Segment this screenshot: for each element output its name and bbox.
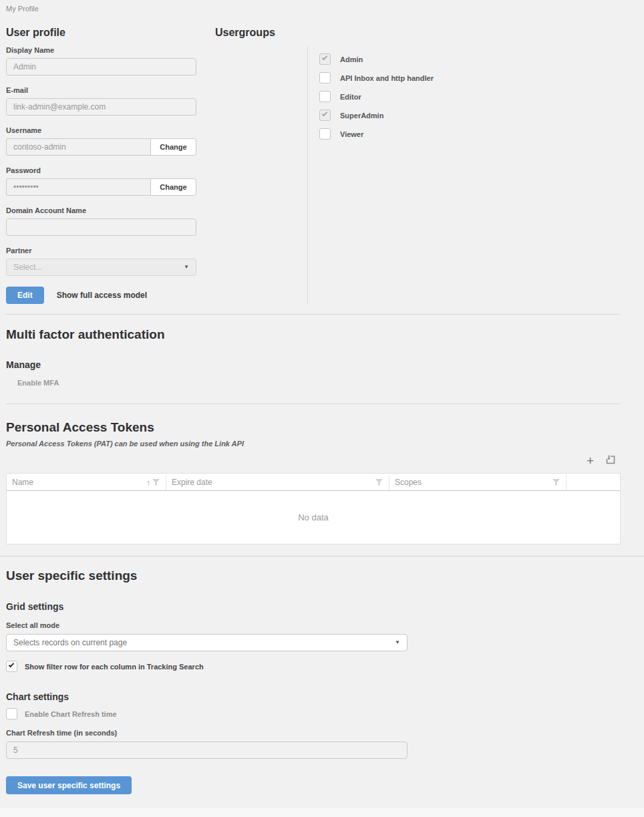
usergroup-item: SuperAdmin bbox=[319, 110, 621, 121]
domain-account-input[interactable] bbox=[6, 218, 196, 236]
usergroups-title: Usergroups bbox=[215, 27, 275, 39]
usergroup-item: API Inbox and http handler bbox=[319, 72, 621, 84]
usergroup-label: Viewer bbox=[340, 130, 363, 138]
usergroup-checkbox-editor[interactable] bbox=[319, 91, 331, 102]
usergroup-label: Admin bbox=[340, 55, 363, 63]
usergroups-list: AdminAPI Inbox and http handlerEditorSup… bbox=[307, 46, 621, 304]
profile-titles-row: User profile Usergroups bbox=[6, 27, 621, 39]
usergroup-label: SuperAdmin bbox=[340, 112, 383, 120]
check-icon bbox=[322, 55, 327, 60]
column-header-actions bbox=[567, 474, 620, 490]
column-header-scopes[interactable]: Scopes bbox=[389, 474, 567, 490]
pat-table: Name ↑ Expire date Scopes No da bbox=[6, 473, 621, 544]
enable-chart-refresh-label: Enable Chart Refresh time bbox=[25, 710, 117, 718]
mfa-manage-label: Manage bbox=[6, 359, 621, 370]
select-all-mode-dropdown[interactable]: Selects records on current page ▼ bbox=[6, 634, 408, 651]
mfa-section: Multi factor authentication Manage Enabl… bbox=[6, 314, 621, 403]
column-header-name[interactable]: Name ↑ bbox=[7, 474, 166, 490]
change-username-button[interactable]: Change bbox=[150, 138, 196, 156]
partner-select[interactable]: Select... ▼ bbox=[6, 259, 196, 276]
username-field: Username Change bbox=[6, 126, 196, 156]
select-all-mode-value: Selects records on current page bbox=[13, 638, 127, 647]
grid-settings-title: Grid settings bbox=[6, 601, 621, 612]
column-chooser-icon[interactable] bbox=[605, 454, 616, 468]
edit-button[interactable]: Edit bbox=[6, 287, 44, 304]
show-full-access-model-link[interactable]: Show full access model bbox=[57, 291, 147, 300]
usergroup-label: API Inbox and http handler bbox=[340, 74, 434, 82]
check-icon bbox=[9, 662, 14, 667]
filter-icon[interactable] bbox=[552, 478, 560, 486]
usergroup-checkbox-viewer[interactable] bbox=[319, 128, 331, 140]
filter-icon[interactable] bbox=[152, 478, 160, 486]
profile-section: Display Name E-mail Username Change Pass… bbox=[6, 46, 621, 304]
email-input[interactable] bbox=[6, 98, 196, 116]
breadcrumb[interactable]: My Profile bbox=[6, 5, 644, 13]
column-header-expire-date[interactable]: Expire date bbox=[166, 474, 389, 490]
chart-refresh-time-label: Chart Refresh time (in seconds) bbox=[6, 729, 621, 737]
pat-section: Personal Access Tokens Personal Access T… bbox=[6, 403, 621, 544]
display-name-input[interactable] bbox=[6, 58, 196, 75]
chart-refresh-time-input[interactable] bbox=[6, 742, 408, 759]
usergroup-item: Admin bbox=[319, 53, 621, 65]
pat-subtitle: Personal Access Tokens (PAT) can be used… bbox=[6, 440, 621, 448]
pat-table-header: Name ↑ Expire date Scopes bbox=[7, 474, 620, 491]
domain-account-field: Domain Account Name bbox=[6, 206, 196, 236]
display-name-field: Display Name bbox=[6, 46, 196, 75]
email-label: E-mail bbox=[6, 86, 196, 94]
chart-settings-title: Chart settings bbox=[6, 691, 621, 702]
user-profile-title: User profile bbox=[6, 27, 215, 39]
filter-row-label: Show filter row for each column in Track… bbox=[25, 663, 204, 671]
filter-row-setting: Show filter row for each column in Track… bbox=[6, 661, 621, 672]
usergroup-checkbox-superadmin[interactable] bbox=[319, 110, 331, 121]
chevron-down-icon: ▼ bbox=[395, 640, 400, 645]
email-field: E-mail bbox=[6, 86, 196, 116]
user-profile-form: Display Name E-mail Username Change Pass… bbox=[6, 46, 307, 304]
domain-account-label: Domain Account Name bbox=[6, 206, 196, 214]
partner-select-placeholder: Select... bbox=[13, 263, 42, 272]
change-password-button[interactable]: Change bbox=[150, 178, 196, 196]
enable-chart-refresh-setting: Enable Chart Refresh time bbox=[6, 708, 621, 719]
usergroup-checkbox-api-inbox-and-http-handler[interactable] bbox=[319, 72, 331, 84]
password-label: Password bbox=[6, 166, 196, 174]
enable-chart-refresh-checkbox[interactable] bbox=[6, 708, 17, 719]
username-label: Username bbox=[6, 126, 196, 134]
password-input[interactable] bbox=[6, 178, 150, 196]
usergroup-checkbox-admin[interactable] bbox=[319, 53, 331, 65]
pat-toolbar: + bbox=[6, 454, 621, 468]
save-row: Save user specific settings bbox=[6, 776, 621, 794]
column-header-scopes-label: Scopes bbox=[395, 478, 552, 487]
check-icon bbox=[322, 111, 327, 116]
select-all-mode-label: Select all mode bbox=[6, 621, 621, 629]
usergroup-item: Viewer bbox=[319, 128, 621, 140]
password-field: Password Change bbox=[6, 166, 196, 196]
no-data-text: No data bbox=[298, 512, 329, 522]
filter-icon[interactable] bbox=[375, 478, 383, 486]
user-settings-title: User specific settings bbox=[6, 568, 621, 583]
bottom-strip bbox=[0, 808, 644, 817]
user-settings-section: User specific settings Grid settings Sel… bbox=[6, 556, 621, 794]
chevron-down-icon: ▼ bbox=[184, 265, 189, 270]
pat-title: Personal Access Tokens bbox=[6, 420, 621, 435]
partner-label: Partner bbox=[6, 247, 196, 255]
save-user-specific-settings-button[interactable]: Save user specific settings bbox=[6, 776, 132, 794]
usergroup-label: Editor bbox=[340, 93, 361, 101]
username-input[interactable] bbox=[6, 138, 150, 156]
column-header-expire-label: Expire date bbox=[172, 478, 375, 487]
column-header-name-label: Name bbox=[12, 478, 147, 487]
filter-row-checkbox[interactable] bbox=[6, 661, 17, 672]
display-name-label: Display Name bbox=[6, 46, 196, 54]
profile-actions-row: Edit Show full access model bbox=[6, 287, 307, 304]
enable-mfa-link[interactable]: Enable MFA bbox=[17, 379, 59, 387]
mfa-title: Multi factor authentication bbox=[6, 327, 621, 342]
partner-field: Partner Select... ▼ bbox=[6, 247, 196, 276]
add-token-icon[interactable]: + bbox=[587, 456, 594, 466]
usergroup-item: Editor bbox=[319, 91, 621, 102]
sort-ascending-icon: ↑ bbox=[147, 478, 151, 486]
pat-table-body: No data bbox=[7, 491, 620, 544]
